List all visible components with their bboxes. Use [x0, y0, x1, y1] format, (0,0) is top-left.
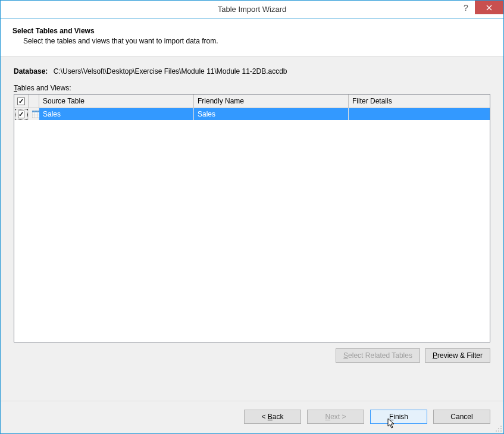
- svg-point-13: [500, 430, 502, 432]
- database-path: C:\Users\Velsoft\Desktop\Exercise Files\…: [54, 67, 287, 76]
- header-icon-cell: [29, 95, 39, 108]
- tables-views-label: Tables and Views:: [14, 84, 490, 92]
- page-description: Select the tables and views that you wan…: [12, 37, 492, 45]
- preview-filter-button[interactable]: Preview & Filter: [425, 348, 490, 363]
- table-row[interactable]: Sales Sales: [14, 108, 490, 120]
- row-source-table[interactable]: Sales: [39, 108, 194, 120]
- database-line: Database: C:\Users\Velsoft\Desktop\Exerc…: [14, 67, 490, 76]
- titlebar-controls: ?: [457, 1, 503, 18]
- titlebar: Table Import Wizard ?: [1, 1, 503, 18]
- row-checkbox-cell[interactable]: [14, 108, 29, 120]
- finish-button[interactable]: Finish: [370, 410, 427, 424]
- header-checkbox-cell[interactable]: [14, 95, 29, 108]
- close-icon: [486, 5, 492, 11]
- tables-grid[interactable]: Source Table Friendly Name Filter Detail…: [14, 94, 490, 342]
- svg-point-8: [500, 426, 502, 427]
- grid-header-row: Source Table Friendly Name Filter Detail…: [14, 95, 490, 108]
- header-section: Select Tables and Views Select the table…: [1, 18, 503, 56]
- body-section: Database: C:\Users\Velsoft\Desktop\Exerc…: [1, 56, 503, 401]
- resize-grip[interactable]: [495, 425, 502, 432]
- close-button[interactable]: [475, 1, 503, 14]
- select-all-checkbox[interactable]: [17, 98, 25, 105]
- svg-point-9: [498, 428, 499, 429]
- mid-buttons: Select Related Tables Preview & Filter: [14, 348, 490, 363]
- header-filter-details[interactable]: Filter Details: [349, 95, 490, 108]
- row-friendly-name[interactable]: Sales: [194, 108, 349, 120]
- page-title: Select Tables and Views: [12, 27, 492, 35]
- window-title: Table Import Wizard: [1, 5, 503, 14]
- row-filter-details: [349, 108, 490, 120]
- row-checkbox[interactable]: [18, 111, 24, 118]
- select-related-tables-button: Select Related Tables: [336, 348, 420, 363]
- back-button[interactable]: < Back: [244, 410, 301, 424]
- footer-section: < Back Next > Finish Cancel: [1, 401, 503, 433]
- header-source-table[interactable]: Source Table: [39, 95, 194, 108]
- wizard-window: Table Import Wizard ? Select Tables and …: [0, 0, 504, 434]
- header-friendly-name[interactable]: Friendly Name: [194, 95, 349, 108]
- svg-point-11: [496, 430, 497, 432]
- database-label: Database:: [14, 67, 48, 76]
- svg-point-10: [500, 428, 502, 429]
- row-icon-cell: [29, 108, 39, 120]
- next-button: Next >: [307, 410, 364, 424]
- cancel-button[interactable]: Cancel: [433, 410, 490, 424]
- help-button[interactable]: ?: [457, 1, 475, 14]
- svg-point-12: [498, 430, 499, 432]
